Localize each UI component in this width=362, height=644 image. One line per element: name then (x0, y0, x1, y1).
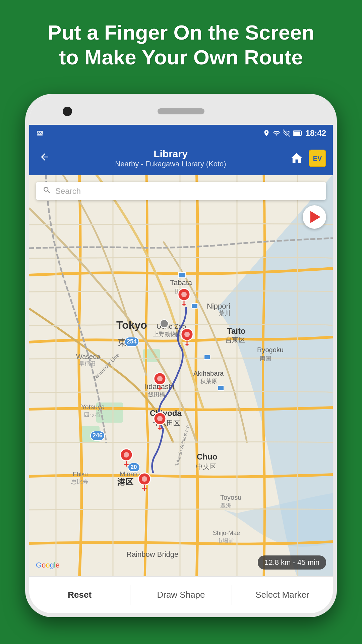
wifi-icon (273, 129, 280, 137)
header-line1: Put a Finger On the Screen (48, 21, 314, 44)
svg-rect-4 (301, 132, 302, 134)
svg-text:Taito: Taito (227, 326, 246, 335)
svg-text:Rainbow Bridge: Rainbow Bridge (126, 550, 178, 558)
search-icon (43, 186, 51, 197)
search-text: Search (55, 186, 81, 196)
reset-button[interactable]: Reset (29, 577, 130, 613)
phone-inner: 18:42 Library Nearby - Fukagawa Library … (29, 98, 333, 613)
signal-icon (283, 129, 290, 137)
svg-text:市場前: 市場前 (217, 538, 234, 544)
home-button[interactable] (288, 150, 305, 167)
status-icons-right: 18:42 (263, 128, 326, 138)
draw-shape-label: Draw Shape (157, 590, 205, 600)
svg-text:秋葉原: 秋葉原 (200, 378, 217, 384)
phone-frame: 18:42 Library Nearby - Fukagawa Library … (25, 94, 337, 617)
app-bar-icons: EV (288, 150, 326, 167)
app-title-main: Library (60, 148, 281, 160)
svg-text:四ッ谷: 四ッ谷 (84, 412, 101, 418)
phone-top-bar (29, 98, 333, 125)
play-button[interactable] (303, 205, 326, 229)
app-bar: Library Nearby - Fukagawa Library (Koto)… (29, 142, 333, 175)
svg-text:246: 246 (93, 432, 103, 439)
play-icon (310, 211, 320, 223)
map-marker-3[interactable] (153, 372, 167, 392)
status-bar: 18:42 (29, 125, 333, 142)
battery-icon (293, 129, 303, 137)
svg-point-66 (142, 476, 147, 482)
map-marker-2[interactable] (180, 328, 194, 347)
header-line2: to Make Your Own Route (59, 46, 303, 69)
back-button[interactable] (36, 148, 53, 169)
svg-text:恵比寿: 恵比寿 (71, 479, 88, 485)
svg-text:Waseda: Waseda (76, 353, 101, 360)
reset-label: Reset (68, 590, 92, 600)
svg-text:Nippori: Nippori (207, 302, 230, 310)
bottom-bar: Reset Draw Shape Select Marker (29, 576, 333, 613)
app-title-sub: Nearby - Fukagawa Library (Koto) (60, 160, 281, 168)
svg-text:台東区: 台東区 (225, 336, 245, 343)
svg-point-64 (124, 452, 129, 458)
svg-rect-53 (218, 386, 224, 390)
map-background: Tokyo 東京 Tabata 田端 Nippori 荒川 Taito 台東区 … (29, 175, 333, 576)
svg-point-58 (184, 332, 190, 337)
svg-text:Toyosu: Toyosu (220, 494, 241, 501)
svg-point-54 (160, 320, 168, 328)
svg-point-56 (181, 292, 187, 297)
svg-text:両国: 両国 (260, 356, 271, 362)
google-logo: Google (36, 561, 60, 570)
svg-text:早稲田: 早稲田 (79, 361, 96, 367)
svg-text:Tabata: Tabata (170, 278, 192, 287)
image-icon (36, 129, 44, 137)
distance-badge: 12.8 km - 45 min (258, 555, 326, 570)
map-marker-1[interactable] (177, 288, 191, 308)
svg-rect-3 (294, 131, 300, 135)
svg-point-62 (157, 416, 163, 421)
speaker (158, 108, 204, 114)
header-text: Put a Finger On the Screen to Make Your … (0, 20, 362, 70)
svg-text:Ryogoku: Ryogoku (257, 346, 284, 354)
svg-text:Tokyo: Tokyo (116, 319, 147, 331)
select-marker-label: Select Marker (255, 590, 309, 600)
svg-text:荒川: 荒川 (219, 310, 231, 317)
map-search-bar[interactable]: Search (36, 182, 326, 200)
map-area[interactable]: Tokyo 東京 Tabata 田端 Nippori 荒川 Taito 台東区 … (29, 175, 333, 576)
draw-shape-button[interactable]: Draw Shape (130, 577, 231, 613)
map-marker-4[interactable] (153, 412, 167, 432)
svg-text:豊洲: 豊洲 (220, 502, 232, 509)
camera (63, 107, 72, 116)
ev-badge[interactable]: EV (309, 150, 326, 167)
svg-rect-50 (178, 272, 186, 278)
svg-text:254: 254 (127, 338, 137, 345)
svg-text:飯田橋: 飯田橋 (148, 391, 165, 398)
svg-point-60 (157, 376, 163, 381)
app-bar-title: Library Nearby - Fukagawa Library (Koto) (60, 148, 281, 168)
status-time: 18:42 (306, 128, 326, 138)
svg-text:Akihabara: Akihabara (193, 370, 224, 377)
svg-rect-51 (192, 304, 198, 308)
svg-text:港区: 港区 (117, 477, 133, 486)
select-marker-button[interactable]: Select Marker (232, 577, 333, 613)
map-marker-6[interactable] (137, 472, 152, 492)
status-icons-left (36, 129, 44, 137)
svg-text:Ebisu: Ebisu (73, 471, 88, 478)
svg-text:Chuo: Chuo (197, 452, 217, 461)
svg-text:Shijo-Mae: Shijo-Mae (213, 530, 240, 536)
svg-text:Yotsuya: Yotsuya (81, 403, 105, 411)
map-marker-5[interactable] (119, 448, 134, 468)
screen: 18:42 Library Nearby - Fukagawa Library … (29, 125, 333, 613)
svg-rect-52 (204, 355, 210, 360)
location-icon (263, 129, 270, 137)
svg-text:中央区: 中央区 (196, 463, 216, 470)
